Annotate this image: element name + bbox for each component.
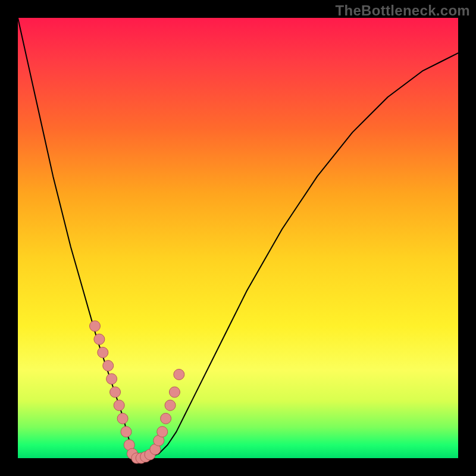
highlight-dot bbox=[174, 369, 184, 380]
highlight-dot bbox=[121, 427, 131, 437]
highlight-dot bbox=[107, 374, 117, 384]
highlight-dot bbox=[114, 400, 124, 411]
bottleneck-curve bbox=[18, 18, 458, 458]
highlight-dot bbox=[165, 400, 176, 411]
highlight-dot bbox=[94, 334, 105, 345]
chart-svg bbox=[18, 18, 458, 458]
highlight-dot bbox=[161, 413, 171, 424]
highlight-dot bbox=[98, 347, 108, 358]
highlight-dot bbox=[117, 413, 128, 424]
highlight-dot bbox=[110, 387, 121, 397]
highlight-dot bbox=[157, 427, 168, 437]
plot-background-gradient bbox=[18, 18, 458, 458]
highlight-dot bbox=[90, 321, 101, 331]
chart-frame: TheBottleneck.com bbox=[0, 0, 476, 476]
highlight-dot bbox=[169, 387, 180, 397]
highlight-dot bbox=[103, 361, 114, 371]
watermark-text: TheBottleneck.com bbox=[336, 2, 470, 19]
